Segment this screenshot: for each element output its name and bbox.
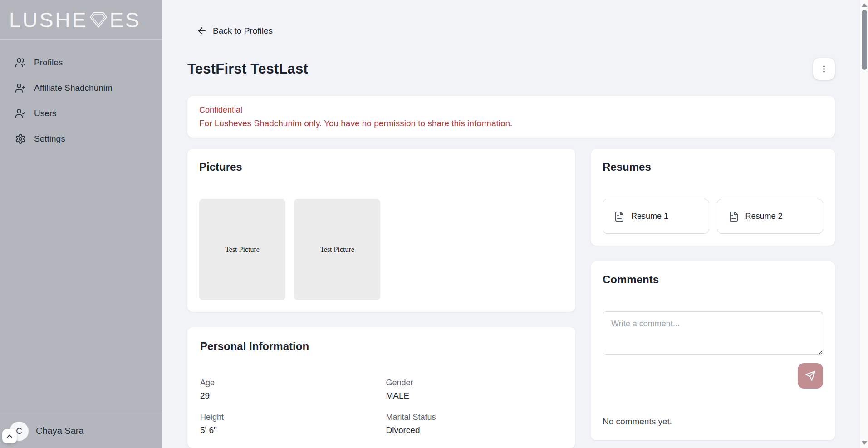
personal-info-title: Personal Information	[200, 340, 563, 353]
info-field-marital-status: Marital Status Divorced	[386, 413, 563, 435]
sidebar-user-menu[interactable]: C Chaya Sara	[0, 414, 162, 448]
page-title: TestFirst TestLast	[187, 61, 308, 77]
resume-2-button[interactable]: Resume 2	[717, 199, 824, 234]
users-icon	[15, 57, 26, 68]
scroll-up-arrow-icon[interactable]	[862, 3, 867, 7]
pictures-card: Pictures Test Picture Test Picture	[187, 149, 575, 312]
resume-list: Resume 1 Resume 2	[603, 199, 823, 234]
sidebar-item-profiles[interactable]: Profiles	[0, 50, 162, 75]
personal-info-card: Personal Information Age 29 Gender MALE …	[187, 327, 575, 448]
title-row: TestFirst TestLast	[187, 58, 835, 80]
file-text-icon	[728, 211, 739, 222]
logo-text-suffix: ES	[109, 8, 141, 32]
app-logo: LUSHE ES	[0, 0, 162, 40]
resume-label: Resume 1	[631, 212, 668, 221]
field-label: Marital Status	[386, 413, 563, 422]
sidebar-item-label: Affiliate Shadchunim	[34, 83, 113, 93]
personal-info-fields: Age 29 Gender MALE Height 5' 6" Marital …	[200, 378, 563, 435]
send-row	[603, 363, 823, 389]
gear-icon	[15, 133, 26, 144]
arrow-left-icon	[196, 25, 207, 36]
collapse-sidebar-button[interactable]	[2, 429, 17, 443]
field-label: Gender	[386, 378, 563, 388]
info-field-gender: Gender MALE	[386, 378, 563, 401]
comments-card: Comments No comments yet.	[591, 261, 835, 440]
comment-input[interactable]	[603, 311, 823, 355]
scroll-down-arrow-icon[interactable]	[862, 441, 867, 445]
field-value: Divorced	[386, 425, 563, 435]
chevron-up-icon	[5, 432, 14, 440]
left-column: Pictures Test Picture Test Picture Perso…	[187, 149, 575, 448]
info-field-height: Height 5' 6"	[200, 413, 377, 435]
picture-placeholder[interactable]: Test Picture	[199, 199, 285, 300]
picture-alt-text: Test Picture	[225, 246, 260, 254]
info-field-age: Age 29	[200, 378, 377, 401]
notice-title: Confidential	[199, 105, 823, 115]
notice-body: For Lusheves Shadchunim only. You have n…	[199, 118, 823, 128]
diamond-icon	[89, 11, 108, 29]
no-comments-text: No comments yet.	[603, 417, 823, 428]
resumes-card: Resumes Resume 1 Resume 2	[591, 149, 835, 246]
field-value: 29	[200, 391, 377, 401]
picture-alt-text: Test Picture	[320, 246, 354, 254]
kebab-menu-icon	[819, 64, 829, 74]
back-link-label: Back to Profiles	[213, 26, 273, 36]
file-text-icon	[614, 211, 625, 222]
resumes-title: Resumes	[603, 161, 823, 173]
comments-title: Comments	[603, 273, 823, 286]
sidebar-item-label: Profiles	[34, 58, 63, 68]
user-plus-icon	[15, 83, 26, 94]
send-comment-button[interactable]	[798, 363, 823, 389]
picture-placeholder[interactable]: Test Picture	[294, 199, 380, 300]
field-value: MALE	[386, 391, 563, 401]
sidebar-nav: Profiles Affiliate Shadchunim Users Sett…	[0, 40, 162, 152]
sidebar-item-users[interactable]: Users	[0, 101, 162, 126]
resume-label: Resume 2	[745, 212, 783, 221]
scrollbar[interactable]	[860, 0, 868, 448]
user-check-icon	[15, 108, 26, 119]
sidebar-item-label: Users	[34, 108, 57, 118]
field-label: Height	[200, 413, 377, 422]
confidential-notice: Confidential For Lusheves Shadchunim onl…	[187, 96, 835, 138]
sidebar-item-settings[interactable]: Settings	[0, 126, 162, 152]
main-content: Back to Profiles TestFirst TestLast Conf…	[162, 0, 860, 448]
send-icon	[805, 370, 816, 381]
right-column: Resumes Resume 1 Resume 2	[591, 149, 835, 440]
field-label: Age	[200, 378, 377, 388]
scrollbar-thumb[interactable]	[862, 10, 867, 70]
sidebar-item-label: Settings	[34, 134, 65, 144]
pictures-list: Test Picture Test Picture	[199, 199, 564, 300]
user-name: Chaya Sara	[36, 426, 84, 436]
pictures-title: Pictures	[199, 161, 564, 173]
back-to-profiles-link[interactable]: Back to Profiles	[196, 25, 273, 36]
resume-1-button[interactable]: Resume 1	[603, 199, 709, 234]
field-value: 5' 6"	[200, 425, 377, 435]
more-options-button[interactable]	[813, 58, 835, 80]
sidebar-item-affiliate-shadchunim[interactable]: Affiliate Shadchunim	[0, 75, 162, 101]
sidebar: LUSHE ES Profiles Affiliate Shadchunim	[0, 0, 162, 448]
logo-text-prefix: LUSHE	[9, 8, 88, 32]
